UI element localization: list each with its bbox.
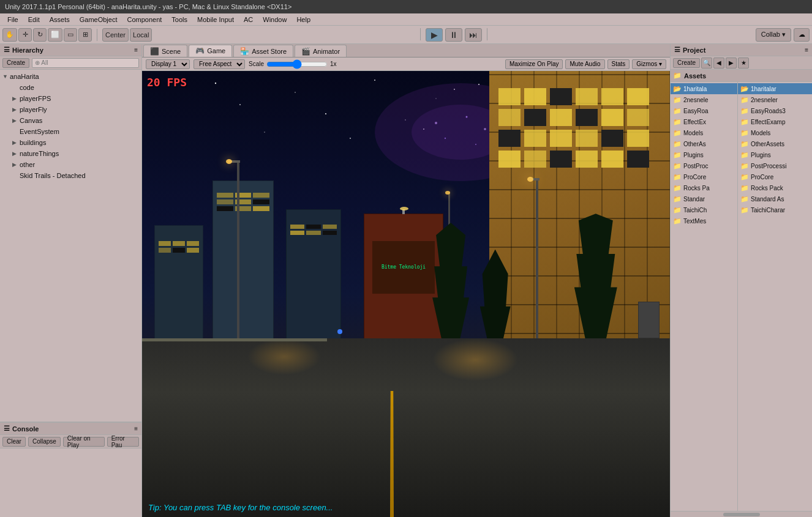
display-select[interactable]: Display 1 [146, 59, 190, 69]
asset-item-label: Rocks Pack [751, 185, 783, 192]
hierarchy-create-button[interactable]: Create [2, 58, 29, 68]
asset-item-label: Models [751, 130, 770, 136]
menu-file[interactable]: File [2, 16, 23, 23]
asset-tree-item-plugins-left[interactable]: 📁 Plugins [671, 149, 737, 160]
asset-tree-item-standard-left[interactable]: 📁 Standar [671, 193, 737, 204]
project-scrollbar[interactable] [671, 511, 812, 517]
tab-scene[interactable]: ⬛ Scene [143, 45, 187, 57]
asset-tree-item-otheras-left[interactable]: 📁 OtherAs [671, 138, 737, 149]
hierarchy-item-canvas[interactable]: ▶ Canvas [0, 115, 141, 126]
asset-tree-item-taichi-left[interactable]: 📁 TaichiCh [671, 204, 737, 215]
console-collapse-button[interactable]: Collapse [28, 437, 61, 447]
hierarchy-item-code[interactable]: code [0, 82, 141, 93]
scale-tool-button[interactable]: ⬜ [48, 28, 62, 42]
project-search-button[interactable]: 🔍 [701, 58, 712, 69]
project-create-button[interactable]: Create [673, 58, 700, 68]
stats-button[interactable]: Stats [607, 59, 630, 69]
menu-ac[interactable]: AC [239, 16, 258, 23]
menu-help[interactable]: Help [291, 16, 315, 23]
gizmos-button[interactable]: Gizmos ▾ [632, 59, 666, 69]
cloud-button[interactable]: ☁ [794, 28, 810, 42]
animator-tab-icon: 🎬 [301, 47, 310, 56]
project-menu-icon[interactable]: ≡ [805, 46, 808, 53]
asset-tree-item-procore-left[interactable]: 📁 ProCore [671, 171, 737, 182]
asset-item-rocks-right[interactable]: 📁 Rocks Pack [738, 182, 812, 193]
tab-asset-store[interactable]: 🏪 Asset Store [233, 45, 293, 57]
hierarchy-item-anaharita[interactable]: ▼ anaHarita [0, 71, 141, 82]
light-pool-1 [247, 338, 321, 375]
menu-edit[interactable]: Edit [23, 16, 45, 23]
project-back-button[interactable]: ◀ [713, 58, 724, 69]
center-store-building: Bitme Teknoloji [364, 214, 443, 348]
maximize-on-play-button[interactable]: Maximize On Play [505, 59, 563, 69]
menu-mobile-input[interactable]: Mobile Input [192, 16, 239, 23]
collab-button[interactable]: Collab ▾ [756, 28, 791, 42]
tab-game[interactable]: 🎮 Game [189, 45, 232, 57]
asset-item-plugins-right[interactable]: 📁 Plugins [738, 149, 812, 160]
transform-tools: ✋ ✛ ↻ ⬜ ▭ ⊞ [2, 28, 92, 42]
hierarchy-item-eventsystem[interactable]: EventSystem [0, 126, 141, 137]
hierarchy-menu-icon[interactable]: ≡ [134, 46, 138, 53]
asset-item-label: Models [683, 130, 703, 136]
toolbar-separator-3 [487, 28, 487, 40]
asset-tree-item-postproc-left[interactable]: 📁 PostProc [671, 160, 737, 171]
console-menu-icon[interactable]: ≡ [134, 425, 138, 432]
pause-button[interactable]: ⏸ [445, 28, 462, 42]
hierarchy-item-skidtrails[interactable]: Skid Trails - Detached [0, 170, 141, 181]
asset-item-procore-right[interactable]: 📁 ProCore [738, 171, 812, 182]
store-sign: Bitme Teknoloji [382, 264, 426, 270]
console-error-pause-button[interactable]: Error Pau [107, 437, 139, 447]
menu-gameobject[interactable]: GameObject [75, 16, 122, 23]
asset-tree-item-2nesneler-left[interactable]: 📁 2nesnele [671, 94, 737, 105]
rotate-tool-button[interactable]: ↻ [33, 28, 47, 42]
asset-item-1haritalar-right[interactable]: 📂 1haritalar [738, 83, 812, 94]
hierarchy-item-playerfps[interactable]: ▶ playerFPS [0, 93, 141, 104]
asset-tree-item-easyroads-left[interactable]: 📁 EasyRoa [671, 105, 737, 116]
move-tool-button[interactable]: ✛ [18, 28, 32, 42]
aspect-select[interactable]: Free Aspect [194, 59, 245, 69]
asset-tree-item-rocks-left[interactable]: 📁 Rocks Pa [671, 182, 737, 193]
center-button[interactable]: Center [102, 28, 129, 42]
tab-animator[interactable]: 🎬 Animator [295, 45, 347, 57]
menu-tools[interactable]: Tools [167, 16, 192, 23]
asset-store-tab-label: Asset Store [252, 48, 287, 55]
console-clear-on-play-button[interactable]: Clear on Play [63, 437, 105, 447]
menu-assets[interactable]: Assets [45, 16, 75, 23]
hierarchy-item-other[interactable]: ▶ other [0, 159, 141, 170]
asset-item-models-right[interactable]: 📁 Models [738, 127, 812, 138]
step-button[interactable]: ⏭ [465, 28, 482, 42]
scale-slider[interactable] [266, 59, 328, 69]
asset-item-label: TaichiCharar [751, 207, 785, 214]
hierarchy-item-playerfly[interactable]: ▶ playerFly [0, 104, 141, 115]
asset-tree-item-models-left[interactable]: 📁 Models [671, 127, 737, 138]
play-button[interactable]: ▶ [426, 28, 443, 42]
transform-all-button[interactable]: ⊞ [78, 28, 92, 42]
asset-item-2nesneler-right[interactable]: 📁 2nesneler [738, 94, 812, 105]
asset-tree-item-1haritalar-left[interactable]: 📂 1haritala [671, 83, 737, 94]
asset-tree-item-textmes-left[interactable]: 📁 TextMes [671, 215, 737, 226]
rect-tool-button[interactable]: ▭ [64, 28, 77, 42]
hierarchy-item-naturethings[interactable]: ▶ natureThings [0, 148, 141, 159]
project-forward-button[interactable]: ▶ [726, 58, 737, 69]
project-toolbar: Create 🔍 ◀ ▶ ★ [671, 56, 812, 70]
asset-item-postprocessi-right[interactable]: 📁 PostProcessi [738, 160, 812, 171]
asset-item-easyroads3-right[interactable]: 📁 EasyRoads3 [738, 105, 812, 116]
asset-store-tab-icon: 🏪 [240, 47, 249, 56]
menu-window[interactable]: Window [258, 16, 291, 23]
project-bookmark-button[interactable]: ★ [738, 58, 749, 69]
menu-component[interactable]: Component [122, 16, 167, 23]
hand-tool-button[interactable]: ✋ [2, 28, 17, 42]
asset-item-effectexamp-right[interactable]: 📁 EffectExamp [738, 116, 812, 127]
local-button[interactable]: Local [130, 28, 152, 42]
assets-split-view: 📂 1haritala 📁 2nesnele 📁 EasyRoa 📁 Effec… [671, 82, 812, 511]
console-clear-button[interactable]: Clear [2, 437, 26, 447]
asset-tree-item-effectex-left[interactable]: 📁 EffectEx [671, 116, 737, 127]
hierarchy-item-buildings[interactable]: ▶ buildings [0, 137, 141, 148]
asset-item-taichicharar-right[interactable]: 📁 TaichiCharar [738, 204, 812, 215]
folder-icon: 📁 [740, 129, 749, 137]
asset-item-otherassets-right[interactable]: 📁 OtherAssets [738, 138, 812, 149]
mute-audio-button[interactable]: Mute Audio [565, 59, 604, 69]
scrollbar-thumb[interactable] [723, 513, 760, 516]
hierarchy-search-input[interactable] [32, 58, 139, 68]
asset-item-standard-right[interactable]: 📁 Standard As [738, 193, 812, 204]
